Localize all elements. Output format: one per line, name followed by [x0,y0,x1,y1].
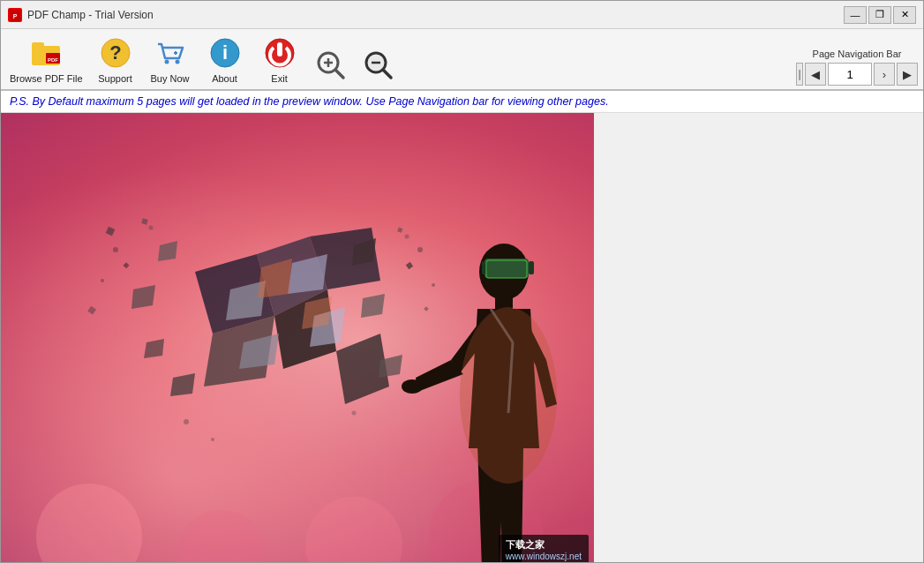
buy-now-button[interactable]: Buy Now [145,33,196,86]
svg-rect-50 [406,262,413,269]
svg-rect-48 [141,218,147,224]
about-label: About [212,73,237,84]
art-image: 下载之家 www.windowszj.net [1,113,594,563]
exit-label: Exit [271,73,287,84]
support-icon: ? [97,34,134,71]
svg-marker-39 [158,241,177,261]
title-bar-controls[interactable]: — ❒ ✕ [844,6,916,24]
page-number-input[interactable] [828,63,872,86]
svg-point-61 [352,411,357,416]
svg-point-54 [101,279,104,282]
svg-point-64 [402,379,423,394]
nav-last-button[interactable]: ▶ [897,63,918,86]
svg-point-71 [460,307,557,484]
svg-point-59 [184,419,189,424]
svg-marker-45 [361,294,385,318]
buy-now-label: Buy Now [151,73,190,84]
svg-rect-67 [529,261,534,274]
nav-bar-label: Page Navigation Bar [813,49,902,59]
toolbar: PDF Browse PDF File ? Support Buy Now [1,29,923,91]
exit-button[interactable]: Exit [254,33,305,86]
nav-first-button[interactable]: ◀ [805,63,826,86]
svg-rect-47 [123,262,129,268]
svg-text:PDF: PDF [48,57,58,63]
info-message: P.S. By Default maximum 5 pages will get… [10,95,609,108]
svg-point-55 [149,226,154,230]
zoom-in-button[interactable] [309,45,353,86]
zoom-out-button[interactable] [357,45,401,86]
right-panel [594,113,923,563]
page-navigation-bar: Page Navigation Bar | ◀ › ▶ [796,49,918,86]
svg-point-57 [432,283,435,287]
zoom-in-icon [312,47,349,84]
title-bar: P PDF Champ - Trial Version — ❒ ✕ [1,1,923,29]
zoom-out-icon [360,47,397,84]
art-svg [1,113,594,563]
svg-line-21 [383,70,391,78]
support-button[interactable]: ? Support [90,33,141,86]
minimize-button[interactable]: — [844,6,867,24]
watermark-line2: www.windowszj.net [506,552,582,561]
title-bar-left: P PDF Champ - Trial Version [8,8,154,22]
svg-point-9 [175,60,179,64]
watermark-line1: 下载之家 [506,538,582,552]
svg-text:i: i [222,41,227,64]
close-button[interactable]: ✕ [893,6,916,24]
nav-controls[interactable]: | ◀ › ▶ [796,63,918,86]
support-label: Support [98,73,132,84]
restore-button[interactable]: ❒ [868,6,891,24]
svg-marker-44 [144,339,164,358]
exit-icon [261,34,298,71]
svg-point-8 [164,60,169,64]
svg-rect-3 [32,42,44,49]
svg-rect-46 [106,227,116,236]
window-title: PDF Champ - Trial Version [27,9,154,21]
buy-now-icon [152,34,189,71]
svg-rect-52 [424,306,429,312]
info-bar: P.S. By Default maximum 5 pages will get… [1,91,923,113]
svg-rect-51 [397,227,402,232]
browse-pdf-icon: PDF [27,34,64,71]
nav-pipe: | [796,63,803,86]
svg-point-53 [113,247,118,252]
svg-rect-49 [87,306,96,315]
svg-point-60 [211,438,214,441]
about-icon: i [207,34,244,71]
app-icon: P [8,8,22,22]
svg-text:P: P [13,13,18,19]
svg-rect-65 [485,259,529,278]
svg-point-56 [417,247,423,252]
pdf-preview: 下载之家 www.windowszj.net [1,113,594,563]
watermark: 下载之家 www.windowszj.net [499,535,589,563]
svg-point-24 [177,510,266,563]
svg-marker-40 [131,285,155,309]
svg-marker-41 [170,373,195,396]
svg-line-17 [335,70,343,78]
svg-point-23 [36,484,142,563]
svg-text:?: ? [109,41,121,64]
svg-point-25 [305,497,402,563]
content-area: 下载之家 www.windowszj.net [1,113,923,563]
browse-pdf-button[interactable]: PDF Browse PDF File [6,33,86,86]
svg-rect-15 [277,42,282,56]
nav-next-button[interactable]: › [874,63,895,86]
about-button[interactable]: i About [199,33,251,86]
svg-point-58 [405,235,409,239]
browse-pdf-label: Browse PDF File [10,73,83,84]
